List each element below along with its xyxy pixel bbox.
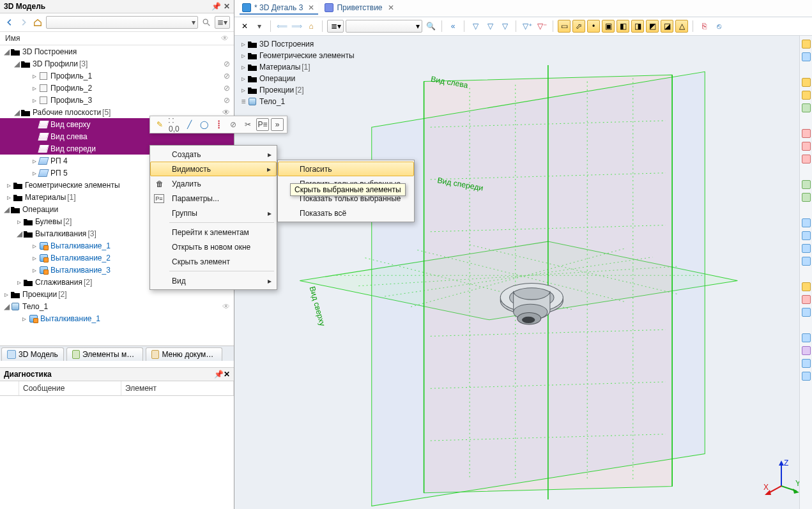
strip-icon[interactable] [802,193,811,202]
doc-tab-3d-detail[interactable]: * 3D Деталь 3 ✕ [240,2,318,15]
home-icon[interactable] [32,17,43,28]
strip-icon[interactable] [802,129,811,138]
filter-icon[interactable]: ▽ [469,20,482,33]
copy-view-icon[interactable]: ⎘ [698,20,710,33]
ctx-sub-hide[interactable]: Погасить [278,162,414,176]
ctx-hide-elem[interactable]: Скрыть элемент [150,254,277,269]
strip-icon[interactable] [802,282,811,291]
pin-icon[interactable]: 📌 [211,2,221,11]
constraint-icon[interactable]: ┋ [212,118,225,131]
origin-icon[interactable]: ⸬0,0 [168,118,181,131]
forward-icon[interactable] [18,17,29,28]
back-icon[interactable] [4,17,15,28]
ctx-goto[interactable]: Перейти к элементам [150,225,277,239]
list-options-combo[interactable]: ≣▾ [215,16,230,29]
tree-profiles[interactable]: ◢ 3D Профили [3] ⊘ [0,57,234,70]
back-icon[interactable]: ⟸ [275,20,288,33]
tree-profile-2[interactable]: ▹Профиль_2⊘ [0,82,234,94]
strip-icon[interactable] [802,308,811,317]
hidden-icon[interactable]: ⊘ [224,72,230,80]
hidden-icon[interactable]: ⊘ [224,59,230,68]
twisty-icon[interactable]: ◢ [13,108,20,117]
viewmode-iso-icon[interactable]: ◧ [617,20,629,33]
context-menu[interactable]: Создать▸ Видимость▸ 🗑Удалить P≡Параметры… [149,145,277,290]
close-icon[interactable]: ✕ [388,3,394,12]
axis-gizmo[interactable]: Z X Y [762,459,801,498]
filter-add-icon[interactable]: ▽⁺ [521,20,533,33]
hidden-icon[interactable]: ⊘ [224,84,230,93]
link-view-icon[interactable]: ⎋ [712,20,725,33]
tree-body1[interactable]: ◢Тело_1👁 [0,300,234,312]
strip-icon[interactable] [802,218,811,227]
ctx-sub-show-all[interactable]: Показать всё [278,206,414,220]
strip-icon[interactable] [802,52,811,61]
viewmode-point-icon[interactable]: • [587,20,600,33]
ctx-create[interactable]: Создать▸ [150,147,277,162]
floating-toolbar[interactable]: ✎ ⸬0,0 ╱ ◯ ┋ ⊘ ✂ P≡ » [149,116,287,133]
strip-icon[interactable] [802,359,811,368]
address-combo[interactable]: ▾ [46,16,198,29]
strip-icon[interactable] [802,180,811,189]
line-icon[interactable]: ╱ [183,118,195,131]
ctx-open-new[interactable]: Открыть в новом окне [150,239,277,254]
strip-icon[interactable] [802,333,811,342]
hide-icon[interactable]: ⊘ [227,118,240,131]
3d-viewport[interactable]: ▹3D Построения ▹Геометрические элементы … [234,36,812,509]
tree-profile-1[interactable]: ▹Профиль_1⊘ [0,70,234,82]
strip-icon[interactable] [802,372,811,381]
pin-icon[interactable]: 📌 [214,370,224,379]
tab-doc-menu[interactable]: Меню документ... [146,347,222,361]
filter-remove-icon[interactable]: ▽⁻ [535,20,548,33]
ctx-groups[interactable]: Группы▸ [150,206,277,220]
tree-3d-builds[interactable]: ◢ 3D Построения [0,45,234,57]
close-icon[interactable]: ✕ [308,3,314,12]
ctx-params[interactable]: P≡Параметры... [150,191,277,206]
filter-icon[interactable]: ▽ [484,20,496,33]
strip-icon[interactable] [802,40,811,49]
edit-sketch-icon[interactable]: ✎ [153,118,166,131]
close-icon[interactable]: ✕ [238,20,251,33]
doc-tab-welcome[interactable]: Приветствие ✕ [322,2,397,15]
viewmode-wire-icon[interactable]: ◩ [646,20,659,33]
viewmode-front-icon[interactable]: ▣ [602,20,615,33]
strip-icon[interactable] [802,257,811,266]
tree-profile-3[interactable]: ▹Профиль_3⊘ [0,94,234,106]
filter-combo[interactable]: ▾ [346,20,422,33]
strip-icon[interactable] [802,78,811,87]
ctx-delete[interactable]: 🗑Удалить [150,176,277,191]
more-icon[interactable]: » [271,118,284,131]
home-icon[interactable]: ⌂ [305,20,318,33]
dropdown-icon[interactable]: ▾ [253,20,266,33]
strip-icon[interactable] [802,142,811,151]
tab-elements[interactable]: Элементы моде... [66,347,143,361]
strip-icon[interactable] [802,103,811,112]
close-icon[interactable]: ✕ [224,2,230,11]
viewmode-hidden-icon[interactable]: ◪ [661,20,673,33]
filter-icon[interactable]: ▽ [498,20,511,33]
ctx-visibility[interactable]: Видимость▸ [150,162,277,176]
search-icon[interactable]: 🔍 [424,20,437,33]
viewmode-shade-icon[interactable]: ◨ [631,20,644,33]
visibility-column-icon[interactable]: 👁 [221,34,229,43]
cut-icon[interactable]: ✂ [241,118,254,131]
forward-icon[interactable]: ⟹ [290,20,303,33]
viewmode-line-icon[interactable]: ⬀ [572,20,585,33]
list-combo[interactable]: ≣▾ [327,20,344,33]
strip-icon[interactable] [802,295,811,304]
tree-body1-extr1[interactable]: ▹Выталкивание_1 [0,312,234,324]
tab-3d-model[interactable]: 3D Модель [1,347,64,361]
viewmode-box-icon[interactable]: ▭ [558,20,571,33]
strip-icon[interactable] [802,244,811,253]
twisty-icon[interactable]: ◢ [13,59,20,68]
collapse-icon[interactable]: « [447,20,459,33]
ctx-view[interactable]: Вид▸ [150,273,277,288]
search-icon[interactable] [201,17,212,28]
close-icon[interactable]: ✕ [224,370,230,379]
params-icon[interactable]: P≡ [256,118,269,131]
circle-icon[interactable]: ◯ [197,118,210,131]
strip-icon[interactable] [802,231,811,240]
strip-icon[interactable] [802,346,811,355]
diagnostics-grid[interactable]: Сообщение Элемент [0,381,234,509]
visible-icon[interactable]: 👁 [222,302,230,311]
viewmode-persp-icon[interactable]: △ [675,20,688,33]
